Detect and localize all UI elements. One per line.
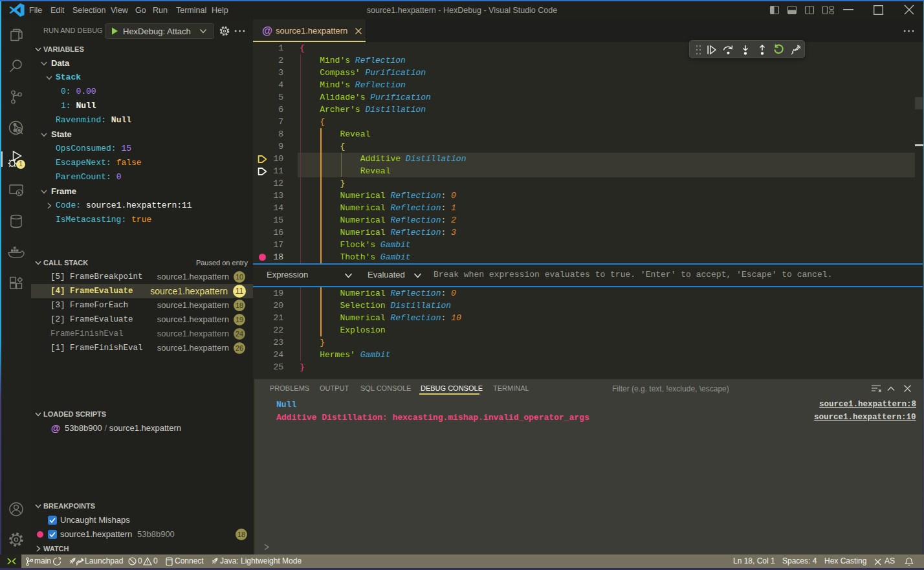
svg-text:@: @ (51, 423, 61, 433)
svg-text:@: @ (262, 25, 272, 36)
